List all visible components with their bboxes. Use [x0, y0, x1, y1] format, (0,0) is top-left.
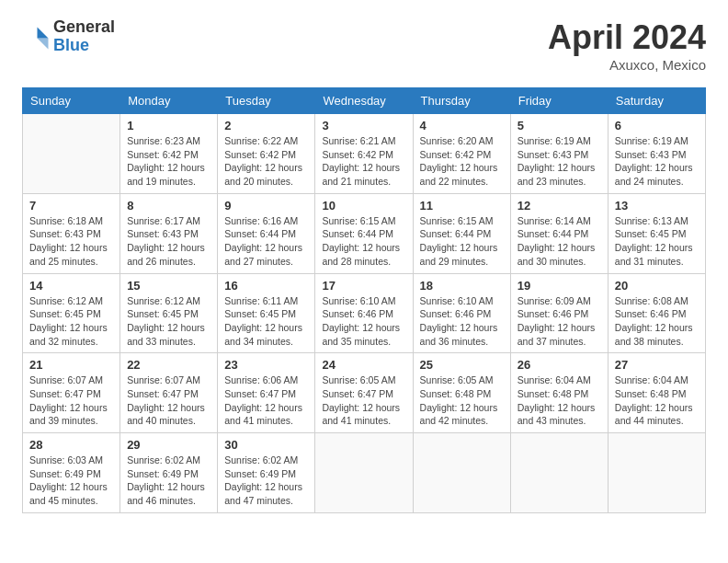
day-info: Sunrise: 6:20 AMSunset: 6:42 PMDaylight:… — [420, 134, 504, 189]
day-number: 3 — [322, 119, 405, 132]
page-header: General Blue April 2024 Axuxco, Mexico — [22, 18, 706, 73]
calendar-cell: 24Sunrise: 6:05 AMSunset: 6:47 PMDayligh… — [315, 353, 413, 433]
weekday-header-friday: Friday — [510, 88, 608, 114]
logo: General Blue — [22, 18, 115, 55]
weekday-header-thursday: Thursday — [413, 88, 510, 114]
day-info: Sunrise: 6:12 AMSunset: 6:45 PMDaylight:… — [29, 294, 113, 349]
day-number: 2 — [224, 119, 308, 132]
day-info: Sunrise: 6:11 AMSunset: 6:45 PMDaylight:… — [224, 294, 308, 349]
calendar-cell — [510, 433, 608, 513]
week-row-2: 7Sunrise: 6:18 AMSunset: 6:43 PMDaylight… — [23, 193, 706, 273]
calendar-cell: 13Sunrise: 6:13 AMSunset: 6:45 PMDayligh… — [608, 193, 705, 273]
day-number: 7 — [29, 199, 113, 213]
calendar-cell: 8Sunrise: 6:17 AMSunset: 6:43 PMDaylight… — [120, 193, 218, 273]
day-number: 8 — [127, 199, 210, 213]
week-row-4: 21Sunrise: 6:07 AMSunset: 6:47 PMDayligh… — [23, 353, 706, 433]
title-block: April 2024 Axuxco, Mexico — [548, 18, 706, 73]
calendar-cell — [23, 114, 120, 194]
day-number: 26 — [518, 358, 601, 372]
weekday-header-row: SundayMondayTuesdayWednesdayThursdayFrid… — [23, 88, 706, 114]
calendar-cell: 1Sunrise: 6:23 AMSunset: 6:42 PMDaylight… — [120, 114, 218, 194]
day-info: Sunrise: 6:13 AMSunset: 6:45 PMDaylight:… — [615, 214, 699, 269]
calendar-cell: 27Sunrise: 6:04 AMSunset: 6:48 PMDayligh… — [608, 353, 705, 433]
calendar-cell: 12Sunrise: 6:14 AMSunset: 6:44 PMDayligh… — [510, 193, 608, 273]
day-number: 23 — [224, 358, 308, 372]
weekday-header-saturday: Saturday — [608, 88, 705, 114]
day-number: 20 — [615, 279, 699, 293]
calendar-cell: 20Sunrise: 6:08 AMSunset: 6:46 PMDayligh… — [608, 273, 705, 353]
day-info: Sunrise: 6:02 AMSunset: 6:49 PMDaylight:… — [127, 454, 210, 508]
day-info: Sunrise: 6:07 AMSunset: 6:47 PMDaylight:… — [29, 373, 113, 428]
calendar-cell: 11Sunrise: 6:15 AMSunset: 6:44 PMDayligh… — [413, 193, 510, 273]
day-info: Sunrise: 6:10 AMSunset: 6:46 PMDaylight:… — [322, 294, 405, 349]
day-info: Sunrise: 6:08 AMSunset: 6:46 PMDaylight:… — [615, 294, 699, 349]
calendar-cell: 4Sunrise: 6:20 AMSunset: 6:42 PMDaylight… — [413, 114, 510, 194]
day-info: Sunrise: 6:23 AMSunset: 6:42 PMDaylight:… — [127, 134, 210, 189]
day-info: Sunrise: 6:15 AMSunset: 6:44 PMDaylight:… — [420, 214, 504, 269]
logo-icon — [22, 23, 50, 51]
day-info: Sunrise: 6:04 AMSunset: 6:48 PMDaylight:… — [615, 373, 699, 428]
calendar-cell: 30Sunrise: 6:02 AMSunset: 6:49 PMDayligh… — [218, 433, 315, 513]
calendar-cell: 14Sunrise: 6:12 AMSunset: 6:45 PMDayligh… — [23, 273, 120, 353]
day-info: Sunrise: 6:19 AMSunset: 6:43 PMDaylight:… — [615, 134, 699, 189]
day-info: Sunrise: 6:05 AMSunset: 6:47 PMDaylight:… — [322, 373, 405, 428]
day-info: Sunrise: 6:22 AMSunset: 6:42 PMDaylight:… — [224, 134, 308, 189]
day-number: 18 — [420, 279, 504, 293]
calendar-cell: 10Sunrise: 6:15 AMSunset: 6:44 PMDayligh… — [315, 193, 413, 273]
calendar-cell: 2Sunrise: 6:22 AMSunset: 6:42 PMDaylight… — [218, 114, 315, 194]
weekday-header-sunday: Sunday — [23, 88, 120, 114]
day-number: 15 — [127, 279, 210, 293]
calendar-cell: 19Sunrise: 6:09 AMSunset: 6:46 PMDayligh… — [510, 273, 608, 353]
day-info: Sunrise: 6:12 AMSunset: 6:45 PMDaylight:… — [127, 294, 210, 349]
day-number: 16 — [224, 279, 308, 293]
calendar-cell — [315, 433, 413, 513]
week-row-5: 28Sunrise: 6:03 AMSunset: 6:49 PMDayligh… — [23, 433, 706, 513]
day-info: Sunrise: 6:18 AMSunset: 6:43 PMDaylight:… — [29, 214, 113, 269]
calendar-cell: 15Sunrise: 6:12 AMSunset: 6:45 PMDayligh… — [120, 273, 218, 353]
day-number: 17 — [322, 279, 405, 293]
day-number: 29 — [127, 438, 210, 452]
logo-blue-text: Blue — [53, 37, 115, 55]
calendar-cell: 18Sunrise: 6:10 AMSunset: 6:46 PMDayligh… — [413, 273, 510, 353]
day-info: Sunrise: 6:05 AMSunset: 6:48 PMDaylight:… — [420, 373, 504, 428]
day-info: Sunrise: 6:03 AMSunset: 6:49 PMDaylight:… — [29, 454, 113, 508]
day-info: Sunrise: 6:04 AMSunset: 6:48 PMDaylight:… — [518, 373, 601, 428]
day-info: Sunrise: 6:10 AMSunset: 6:46 PMDaylight:… — [420, 294, 504, 349]
calendar-cell: 5Sunrise: 6:19 AMSunset: 6:43 PMDaylight… — [510, 114, 608, 194]
week-row-3: 14Sunrise: 6:12 AMSunset: 6:45 PMDayligh… — [23, 273, 706, 353]
calendar-cell: 23Sunrise: 6:06 AMSunset: 6:47 PMDayligh… — [218, 353, 315, 433]
day-number: 13 — [615, 199, 699, 213]
day-number: 24 — [322, 358, 405, 372]
day-number: 21 — [29, 358, 113, 372]
calendar-cell: 25Sunrise: 6:05 AMSunset: 6:48 PMDayligh… — [413, 353, 510, 433]
svg-marker-1 — [38, 38, 49, 49]
week-row-1: 1Sunrise: 6:23 AMSunset: 6:42 PMDaylight… — [23, 114, 706, 194]
day-number: 25 — [420, 358, 504, 372]
calendar-cell: 28Sunrise: 6:03 AMSunset: 6:49 PMDayligh… — [23, 433, 120, 513]
day-info: Sunrise: 6:21 AMSunset: 6:42 PMDaylight:… — [322, 134, 405, 189]
day-number: 10 — [322, 199, 405, 213]
day-number: 22 — [127, 358, 210, 372]
day-number: 30 — [224, 438, 308, 452]
day-info: Sunrise: 6:15 AMSunset: 6:44 PMDaylight:… — [322, 214, 405, 269]
calendar-location: Axuxco, Mexico — [548, 57, 706, 73]
calendar-title: April 2024 — [548, 18, 706, 57]
day-number: 19 — [518, 279, 601, 293]
svg-marker-0 — [38, 27, 49, 38]
day-info: Sunrise: 6:07 AMSunset: 6:47 PMDaylight:… — [127, 373, 210, 428]
calendar-cell: 29Sunrise: 6:02 AMSunset: 6:49 PMDayligh… — [120, 433, 218, 513]
day-info: Sunrise: 6:09 AMSunset: 6:46 PMDaylight:… — [518, 294, 601, 349]
day-number: 12 — [518, 199, 601, 213]
calendar-cell — [608, 433, 705, 513]
day-info: Sunrise: 6:16 AMSunset: 6:44 PMDaylight:… — [224, 214, 308, 269]
calendar-cell: 16Sunrise: 6:11 AMSunset: 6:45 PMDayligh… — [218, 273, 315, 353]
day-info: Sunrise: 6:02 AMSunset: 6:49 PMDaylight:… — [224, 454, 308, 508]
logo-general-text: General — [53, 18, 115, 37]
calendar-cell: 3Sunrise: 6:21 AMSunset: 6:42 PMDaylight… — [315, 114, 413, 194]
calendar-cell: 9Sunrise: 6:16 AMSunset: 6:44 PMDaylight… — [218, 193, 315, 273]
calendar-cell: 7Sunrise: 6:18 AMSunset: 6:43 PMDaylight… — [23, 193, 120, 273]
weekday-header-monday: Monday — [120, 88, 218, 114]
calendar-table: SundayMondayTuesdayWednesdayThursdayFrid… — [22, 87, 706, 513]
day-number: 6 — [615, 119, 699, 132]
calendar-cell: 17Sunrise: 6:10 AMSunset: 6:46 PMDayligh… — [315, 273, 413, 353]
